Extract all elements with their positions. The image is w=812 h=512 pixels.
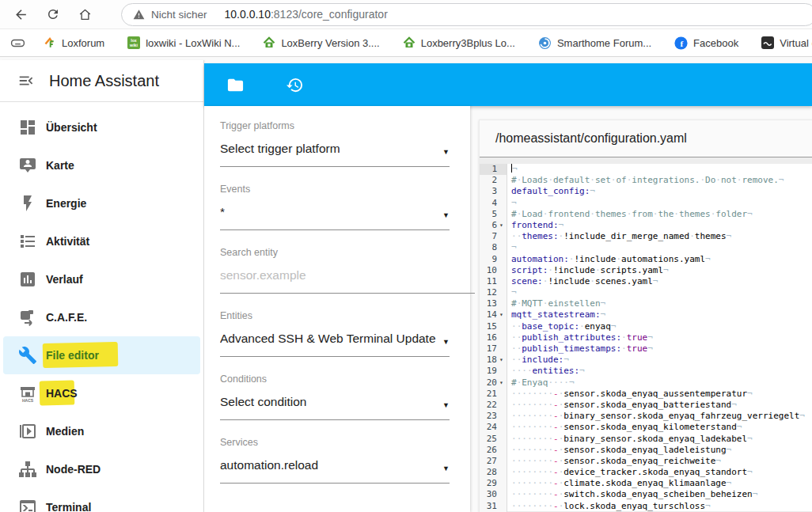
- code-text[interactable]: ¬: [507, 198, 517, 209]
- sidebar-item-medien[interactable]: Medien: [0, 412, 203, 450]
- services-select[interactable]: automation.reload▼: [220, 458, 450, 484]
- code-line[interactable]: 2#·Loads·default·set·of·integrations.·Do…: [480, 175, 812, 186]
- code-line[interactable]: 29········-·climate.skoda_enyaq_klimaanl…: [480, 478, 812, 489]
- bookmark-item[interactable]: Loxforum: [44, 36, 104, 49]
- code-text[interactable]: ········-·climate.skoda_enyaq_klimaanlag…: [507, 478, 731, 489]
- code-text[interactable]: ··base_topic:·enyaq¬: [507, 321, 616, 332]
- code-line[interactable]: 28········-·device_tracker.skoda_enyaq_s…: [480, 467, 812, 478]
- code-text[interactable]: ¬: [507, 287, 517, 298]
- bookmark-item[interactable]: Smarthome Forum...: [538, 36, 651, 50]
- address-bar[interactable]: Nicht sicher 10.0.0.10:8123/core_configu…: [121, 3, 812, 26]
- code-text[interactable]: ····entities:¬: [507, 366, 585, 377]
- code-text[interactable]: ··themes:·!include_dir_merge_named·theme…: [507, 231, 731, 242]
- code-line[interactable]: 12¬: [480, 287, 812, 298]
- code-line[interactable]: 1¬: [480, 164, 812, 175]
- code-text[interactable]: automation:·!include·automations.yaml¬: [507, 254, 711, 265]
- dropdown-caret-icon[interactable]: ▼: [438, 401, 450, 409]
- dropdown-caret-icon[interactable]: ▼: [438, 211, 450, 219]
- code-line[interactable]: 15··base_topic:·enyaq¬: [480, 321, 812, 332]
- code-text[interactable]: ········-·sensor.skoda_enyaq_ladeleistun…: [507, 445, 731, 456]
- home-icon[interactable]: [78, 7, 93, 22]
- dropdown-caret-icon[interactable]: ▼: [438, 148, 450, 156]
- code-text[interactable]: #·Enyaq····¬: [507, 377, 575, 389]
- code-editor[interactable]: 1¬2#·Loads·default·set·of·integrations.·…: [480, 164, 812, 512]
- bookmark-item[interactable]: LoxBerry Version 3....: [263, 36, 379, 49]
- security-label[interactable]: Nicht sicher: [151, 9, 207, 21]
- conditions-select[interactable]: Select condition▼: [220, 395, 450, 420]
- code-line[interactable]: 25········-·binary_sensor.skoda_enyaq_la…: [480, 434, 812, 445]
- back-icon[interactable]: [13, 7, 28, 22]
- code-text[interactable]: ··publish_attributes:·true¬: [507, 332, 653, 343]
- code-line[interactable]: 19····entities:¬: [480, 366, 812, 377]
- code-line[interactable]: 31········-·lock.skoda_enyaq_turschloss¬: [480, 501, 812, 512]
- code-line[interactable]: 8¬: [480, 242, 812, 253]
- code-text[interactable]: frontend:¬: [507, 220, 563, 231]
- trigger-platforms-select[interactable]: Select trigger platform▼: [220, 142, 450, 167]
- sidebar-item-aktivitaet[interactable]: Aktivität: [0, 222, 203, 260]
- sidebar-item-energie[interactable]: Energie: [0, 184, 203, 222]
- code-text[interactable]: ········-·sensor.skoda_enyaq_reichweite¬: [507, 456, 721, 467]
- code-line[interactable]: 24········-·sensor.skoda_enyaq_kilometer…: [480, 422, 812, 433]
- code-text[interactable]: script:·!include·scripts.yaml¬: [507, 265, 669, 276]
- code-line[interactable]: 3default_config:¬: [480, 186, 812, 197]
- code-line[interactable]: 9automation:·!include·automations.yaml¬: [480, 254, 812, 265]
- code-text[interactable]: ········-·switch.skoda_enyaq_scheiben_be…: [507, 489, 757, 500]
- code-line[interactable]: 5#·Load·frontend·themes·from·the·themes·…: [480, 209, 812, 220]
- code-line[interactable]: 21········-·sensor.skoda_enyaq_aussentem…: [480, 389, 812, 400]
- bookmark-item[interactable]: Virtual component...: [761, 36, 812, 49]
- code-line[interactable]: 22········-·sensor.skoda_enyaq_batteries…: [480, 400, 812, 411]
- code-line[interactable]: 11scene:·!include·scenes.yaml¬: [480, 276, 812, 287]
- sidebar-item-file-editor[interactable]: File editor: [3, 336, 200, 374]
- code-text[interactable]: ········-·sensor.skoda_enyaq_aussentempe…: [507, 389, 753, 400]
- url-text[interactable]: 10.0.0.10:8123/core_configurator: [225, 8, 388, 21]
- entities-select[interactable]: Advanced SSH & Web Terminal Update (…▼: [220, 332, 450, 357]
- code-line[interactable]: 10script:·!include·scripts.yaml¬: [480, 265, 812, 276]
- fold-toggle-icon[interactable]: ▾: [497, 377, 506, 389]
- menu-toggle-icon[interactable]: [17, 72, 35, 89]
- code-line[interactable]: 4¬: [480, 198, 812, 209]
- code-text[interactable]: ········-·binary_sensor.skoda_enyaq_lade…: [507, 434, 753, 445]
- sidebar-item-verlauf[interactable]: Verlauf: [0, 260, 203, 298]
- code-text[interactable]: ········-·sensor.skoda_enyaq_batteriesta…: [507, 400, 737, 411]
- code-text[interactable]: scene:·!include·scenes.yaml¬: [507, 276, 658, 287]
- sidebar-item-hacs[interactable]: HACSHACS: [0, 374, 203, 412]
- sidebar-item-uebersicht[interactable]: Übersicht: [0, 108, 203, 146]
- code-line[interactable]: 6▾frontend:¬: [480, 220, 812, 231]
- code-text[interactable]: ··include:¬: [507, 355, 569, 366]
- code-text[interactable]: ········-·sensor.skoda_enyaq_kilometerst…: [507, 422, 742, 433]
- code-line[interactable]: 18▾··include:¬: [480, 355, 812, 366]
- code-text[interactable]: ¬: [507, 164, 518, 175]
- code-text[interactable]: #·MQTT·einstellen¬: [507, 298, 605, 309]
- fold-toggle-icon[interactable]: ▾: [497, 309, 506, 320]
- devices-icon[interactable]: [9, 35, 26, 51]
- code-text[interactable]: ··publish_timestamps:·true¬: [507, 343, 653, 355]
- code-line[interactable]: 14▾mqtt_statestream:¬: [480, 309, 812, 320]
- sidebar-item-node-red[interactable]: Node-RED: [0, 450, 203, 488]
- refresh-icon[interactable]: [46, 7, 60, 21]
- code-line[interactable]: 17··publish_timestamps:·true¬: [480, 343, 812, 355]
- fold-toggle-icon[interactable]: ▾: [497, 355, 506, 366]
- folder-icon[interactable]: [226, 76, 245, 94]
- code-line[interactable]: 26········-·sensor.skoda_enyaq_ladeleist…: [480, 445, 812, 456]
- history-icon[interactable]: [286, 76, 304, 94]
- sidebar-item-terminal[interactable]: Terminal: [0, 488, 203, 512]
- dropdown-caret-icon[interactable]: ▼: [438, 465, 450, 472]
- code-line[interactable]: 7··themes:·!include_dir_merge_named·them…: [480, 231, 812, 242]
- search-entity-input[interactable]: sensor.example: [220, 268, 475, 294]
- code-text[interactable]: ········-·device_tracker.skoda_enyaq_sta…: [507, 467, 753, 478]
- sidebar-item-cafe[interactable]: C.A.F.E.: [0, 298, 203, 336]
- bookmark-item[interactable]: Loxberry3Bplus Lo...: [403, 36, 515, 49]
- code-text[interactable]: ¬: [507, 242, 517, 253]
- events-select[interactable]: *▼: [220, 205, 450, 230]
- code-line[interactable]: 16··publish_attributes:·true¬: [480, 332, 812, 343]
- code-text[interactable]: #·Loads·default·set·of·integrations.·Do·…: [507, 175, 784, 186]
- bookmark-item[interactable]: fFacebook: [674, 36, 738, 50]
- code-text[interactable]: ········-·lock.skoda_enyaq_turschloss¬: [507, 501, 711, 512]
- code-text[interactable]: mqtt_statestream:¬: [507, 309, 605, 320]
- code-line[interactable]: 13#·MQTT·einstellen¬: [480, 298, 812, 309]
- code-line[interactable]: 23········-·binary_sensor.skoda_enyaq_fa…: [480, 411, 812, 422]
- dropdown-caret-icon[interactable]: ▼: [438, 338, 450, 346]
- code-text[interactable]: default_config:¬: [507, 186, 595, 197]
- code-line[interactable]: 27········-·sensor.skoda_enyaq_reichweit…: [480, 456, 812, 467]
- sidebar-item-karte[interactable]: Karte: [0, 146, 203, 184]
